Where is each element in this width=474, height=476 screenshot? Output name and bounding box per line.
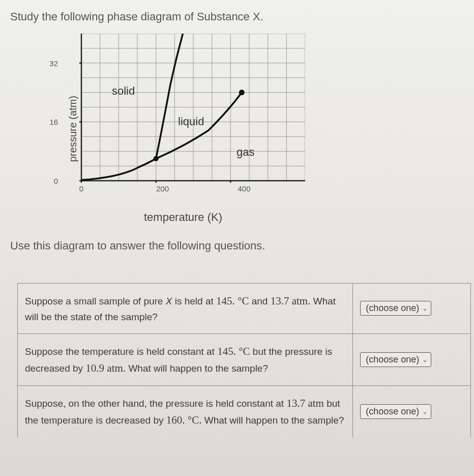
plot-svg: solid liquid gas (61, 34, 305, 207)
table-row: Suppose, on the other hand, the pressure… (18, 386, 471, 438)
x-axis-label: temperature (K) (61, 211, 305, 224)
region-gas-label: gas (236, 146, 254, 158)
question-2-text: Suppose the temperature is held constant… (18, 333, 353, 385)
question-2-select[interactable]: (choose one) ⌄ (360, 352, 431, 367)
phase-diagram-chart: pressure (atm) 0 16 32 0 200 400 (61, 34, 464, 224)
region-liquid-label: liquid (178, 115, 204, 128)
select-label: (choose one) (366, 303, 419, 314)
question-3-text: Suppose, on the other hand, the pressure… (18, 386, 353, 438)
instruction-text: Use this diagram to answer the following… (10, 239, 464, 253)
chevron-down-icon: ⌄ (422, 356, 428, 363)
x-tick-200: 200 (156, 182, 169, 193)
critical-point (239, 90, 245, 95)
page-title: Study the following phase diagram of Sub… (10, 10, 464, 23)
question-1-text: Suppose a small sample of pure X is held… (18, 284, 353, 334)
y-tick-32: 32 (49, 59, 61, 67)
y-tick-16: 16 (49, 118, 61, 126)
x-tick-0: 0 (79, 182, 83, 193)
question-1-select[interactable]: (choose one) ⌄ (360, 301, 431, 316)
table-row: Suppose the temperature is held constant… (18, 333, 471, 385)
chevron-down-icon: ⌄ (422, 408, 428, 415)
solid-liquid-curve (156, 34, 186, 159)
triple-point (154, 156, 159, 161)
chevron-down-icon: ⌄ (422, 304, 428, 312)
question-3-select[interactable]: (choose one) ⌄ (360, 404, 431, 419)
select-label: (choose one) (366, 354, 419, 365)
y-tick-0: 0 (54, 177, 61, 185)
table-row: Suppose a small sample of pure X is held… (18, 284, 471, 334)
x-tick-400: 400 (238, 182, 250, 193)
grid (81, 34, 305, 181)
questions-table: Suppose a small sample of pure X is held… (17, 283, 471, 437)
region-solid-label: solid (112, 85, 135, 97)
select-label: (choose one) (366, 406, 419, 417)
